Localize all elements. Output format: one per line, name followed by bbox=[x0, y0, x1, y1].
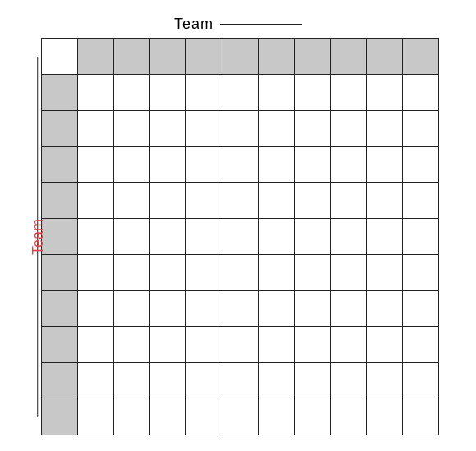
cell-4-8 bbox=[330, 183, 366, 219]
cell-2-1 bbox=[77, 111, 113, 147]
cell-0-4 bbox=[185, 39, 222, 75]
cell-0-0 bbox=[41, 39, 77, 75]
top-label: Team bbox=[174, 16, 302, 33]
cell-9-1 bbox=[77, 363, 113, 399]
cell-2-5 bbox=[222, 111, 258, 147]
cell-4-2 bbox=[113, 183, 149, 219]
cell-0-5 bbox=[222, 39, 258, 75]
cell-4-9 bbox=[366, 183, 402, 219]
cell-0-2 bbox=[113, 39, 149, 75]
cell-10-5 bbox=[222, 399, 258, 435]
side-label-text: Team bbox=[29, 218, 46, 254]
chart-wrapper: Team Team bbox=[38, 16, 439, 435]
cell-8-2 bbox=[113, 327, 149, 363]
grid-table bbox=[41, 38, 439, 435]
cell-5-7 bbox=[294, 219, 330, 255]
cell-8-9 bbox=[366, 327, 402, 363]
cell-5-0 bbox=[41, 219, 77, 255]
cell-2-3 bbox=[149, 111, 185, 147]
cell-9-6 bbox=[258, 363, 294, 399]
cell-7-7 bbox=[294, 291, 330, 327]
page-container: Team Team bbox=[0, 0, 476, 451]
cell-0-8 bbox=[330, 39, 366, 75]
cell-10-8 bbox=[330, 399, 366, 435]
cell-9-2 bbox=[113, 363, 149, 399]
cell-5-8 bbox=[330, 219, 366, 255]
cell-4-10 bbox=[402, 183, 438, 219]
cell-10-9 bbox=[366, 399, 402, 435]
cell-10-1 bbox=[77, 399, 113, 435]
cell-2-10 bbox=[402, 111, 438, 147]
cell-7-0 bbox=[41, 291, 77, 327]
cell-0-3 bbox=[149, 39, 185, 75]
cell-5-3 bbox=[149, 219, 185, 255]
cell-8-1 bbox=[77, 327, 113, 363]
cell-3-7 bbox=[294, 147, 330, 183]
cell-3-0 bbox=[41, 147, 77, 183]
cell-1-2 bbox=[113, 75, 149, 111]
cell-3-10 bbox=[402, 147, 438, 183]
cell-6-10 bbox=[402, 255, 438, 291]
cell-2-9 bbox=[366, 111, 402, 147]
cell-4-0 bbox=[41, 183, 77, 219]
cell-9-5 bbox=[222, 363, 258, 399]
grid-area: Team bbox=[38, 38, 439, 435]
cell-6-6 bbox=[258, 255, 294, 291]
cell-0-10 bbox=[402, 39, 438, 75]
cell-9-10 bbox=[402, 363, 438, 399]
top-label-text: Team bbox=[174, 16, 213, 33]
cell-8-6 bbox=[258, 327, 294, 363]
cell-10-2 bbox=[113, 399, 149, 435]
cell-2-8 bbox=[330, 111, 366, 147]
cell-0-1 bbox=[77, 39, 113, 75]
cell-8-8 bbox=[330, 327, 366, 363]
cell-10-7 bbox=[294, 399, 330, 435]
cell-10-3 bbox=[149, 399, 185, 435]
cell-10-6 bbox=[258, 399, 294, 435]
cell-6-3 bbox=[149, 255, 185, 291]
cell-7-2 bbox=[113, 291, 149, 327]
cell-0-7 bbox=[294, 39, 330, 75]
cell-4-4 bbox=[185, 183, 222, 219]
cell-9-0 bbox=[41, 363, 77, 399]
cell-10-4 bbox=[185, 399, 222, 435]
cell-3-3 bbox=[149, 147, 185, 183]
cell-7-3 bbox=[149, 291, 185, 327]
cell-1-10 bbox=[402, 75, 438, 111]
cell-7-4 bbox=[185, 291, 222, 327]
cell-4-7 bbox=[294, 183, 330, 219]
cell-2-6 bbox=[258, 111, 294, 147]
cell-3-6 bbox=[258, 147, 294, 183]
cell-5-9 bbox=[366, 219, 402, 255]
cell-0-9 bbox=[366, 39, 402, 75]
cell-3-2 bbox=[113, 147, 149, 183]
cell-8-4 bbox=[185, 327, 222, 363]
cell-0-6 bbox=[258, 39, 294, 75]
cell-9-9 bbox=[366, 363, 402, 399]
cell-9-8 bbox=[330, 363, 366, 399]
cell-1-5 bbox=[222, 75, 258, 111]
cell-5-5 bbox=[222, 219, 258, 255]
cell-6-4 bbox=[185, 255, 222, 291]
cell-7-6 bbox=[258, 291, 294, 327]
cell-9-7 bbox=[294, 363, 330, 399]
cell-4-6 bbox=[258, 183, 294, 219]
cell-1-1 bbox=[77, 75, 113, 111]
cell-7-5 bbox=[222, 291, 258, 327]
cell-3-4 bbox=[185, 147, 222, 183]
cell-1-6 bbox=[258, 75, 294, 111]
cell-6-0 bbox=[41, 255, 77, 291]
cell-10-10 bbox=[402, 399, 438, 435]
cell-2-7 bbox=[294, 111, 330, 147]
cell-1-7 bbox=[294, 75, 330, 111]
cell-5-10 bbox=[402, 219, 438, 255]
cell-1-8 bbox=[330, 75, 366, 111]
cell-10-0 bbox=[41, 399, 77, 435]
cell-3-5 bbox=[222, 147, 258, 183]
cell-6-2 bbox=[113, 255, 149, 291]
cell-7-9 bbox=[366, 291, 402, 327]
cell-2-0 bbox=[41, 111, 77, 147]
cell-5-2 bbox=[113, 219, 149, 255]
top-label-underline bbox=[220, 24, 302, 25]
cell-1-0 bbox=[41, 75, 77, 111]
